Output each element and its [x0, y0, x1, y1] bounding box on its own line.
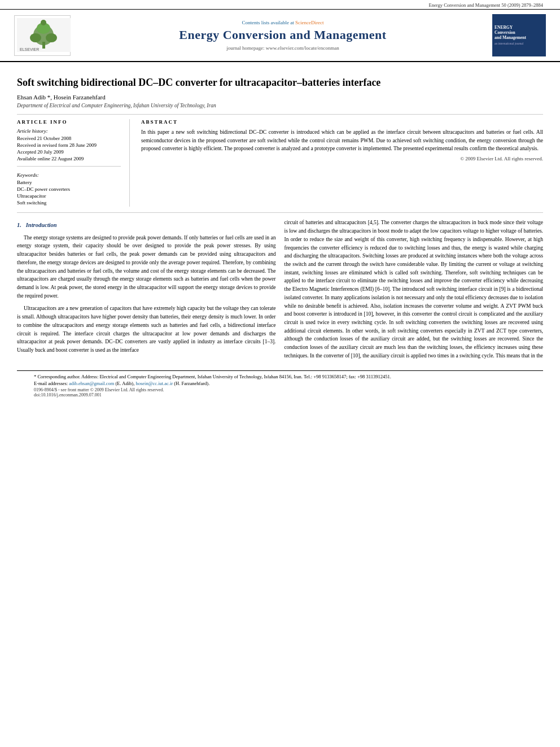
elsevier-logo-box: ELSEVIER: [14, 15, 71, 56]
svg-point-4: [46, 33, 57, 42]
keyword-1: DC–DC power converters: [17, 186, 121, 192]
journal-reference-bar: Energy Conversion and Management 50 (200…: [0, 0, 560, 10]
article-title: Soft switching bidirectional DC–DC conve…: [17, 76, 543, 89]
article-info-column: ARTICLE INFO Article history: Received 2…: [17, 119, 130, 207]
intro-paragraph-2: Ultracapacitors are a new generation of …: [17, 304, 276, 354]
history-item-1: Received in revised form 28 June 2009: [17, 142, 121, 148]
issn-line: 0196-8904/$ - see front matter © 2009 El…: [34, 387, 526, 392]
email1-name-paren: (E. Adib),: [116, 381, 136, 386]
abstract-title: ABSTRACT: [141, 119, 543, 125]
journal-homepage: journal homepage: www.elsevier.com/locat…: [79, 45, 487, 51]
email-link-1[interactable]: adib.ehsan@gmail.com: [69, 381, 115, 386]
journal-ref-text: Energy Conversion and Management 50 (200…: [429, 2, 543, 8]
journal-title: Energy Conversion and Management: [79, 28, 487, 42]
right-column: circuit of batteries and ultracapacitors…: [285, 219, 544, 364]
elsevier-logo-left: ELSEVIER: [11, 15, 73, 56]
keywords-label: Keywords:: [17, 172, 121, 178]
journal-side-logo: ENERGYConversionand Management an intern…: [492, 14, 549, 56]
elsevier-tree-svg: ELSEVIER: [17, 18, 71, 52]
sciencedirect-link[interactable]: ScienceDirect: [295, 20, 323, 25]
side-logo-title: ENERGYConversionand Management: [495, 25, 544, 40]
svg-point-6: [41, 20, 46, 25]
article-history-label: Article history:: [17, 128, 121, 134]
journal-center-header: Contents lists available at ScienceDirec…: [73, 20, 492, 50]
svg-point-3: [30, 33, 41, 42]
abstract-column: ABSTRACT In this paper a new soft switch…: [141, 119, 543, 207]
separator-1: [17, 114, 543, 115]
history-item-2: Accepted 20 July 2009: [17, 149, 121, 155]
left-column: 1. Introduction The energy storage syste…: [17, 219, 276, 364]
email2-name-paren: (H. Farzanehfard).: [174, 381, 209, 386]
keywords-section: Keywords: Battery DC–DC power converters…: [17, 172, 121, 206]
doi-line: doi:10.1016/j.enconman.2009.07.001: [34, 392, 526, 397]
main-content: 1. Introduction The energy storage syste…: [17, 219, 543, 364]
contents-text: Contents lists available at: [242, 20, 294, 25]
email-link-2[interactable]: hosein@cc.iut.ac.ir: [135, 381, 174, 386]
article-affiliation: Department of Electrical and Computer En…: [17, 103, 543, 108]
email-addresses: E-mail addresses: adib.ehsan@gmail.com (…: [34, 381, 526, 386]
keyword-0: Battery: [17, 180, 121, 185]
sciencedirect-line: Contents lists available at ScienceDirec…: [79, 20, 487, 25]
svg-text:ELSEVIER: ELSEVIER: [20, 47, 39, 51]
abstract-text: In this paper a new soft switching bidir…: [141, 128, 543, 152]
article-info-title: ARTICLE INFO: [17, 119, 121, 125]
history-item-3: Available online 22 August 2009: [17, 156, 121, 161]
keyword-3: Soft switching: [17, 200, 121, 206]
article-footer: * Corresponding author. Address: Electri…: [17, 370, 543, 400]
keyword-2: Ultracapacitor: [17, 193, 121, 199]
section-1-heading: 1. Introduction: [17, 221, 276, 230]
article-authors: Ehsan Adib *, Hosein Farzanehfard: [17, 94, 543, 101]
side-logo-subtitle: an international journal: [495, 42, 544, 46]
footnote-star: * Corresponding author. Address: Electri…: [34, 374, 526, 379]
separator-main: [17, 212, 543, 213]
page-container: Energy Conversion and Management 50 (200…: [0, 0, 560, 409]
history-item-0: Received 21 October 2008: [17, 136, 121, 141]
article-body: Soft switching bidirectional DC–DC conve…: [0, 62, 560, 409]
article-info-abstract-section: ARTICLE INFO Article history: Received 2…: [17, 119, 543, 207]
intro-paragraph-1: The energy storage systems are designed …: [17, 234, 276, 300]
right-paragraph-1: circuit of batteries and ultracapacitors…: [285, 219, 544, 360]
side-logo-box: ENERGYConversionand Management an intern…: [492, 14, 546, 56]
journal-header: ELSEVIER Contents lists available at Sci…: [0, 10, 560, 62]
separator-keywords: [17, 166, 121, 167]
email-label: E-mail addresses:: [34, 381, 68, 386]
copyright-line: © 2009 Elsevier Ltd. All rights reserved…: [141, 156, 543, 161]
